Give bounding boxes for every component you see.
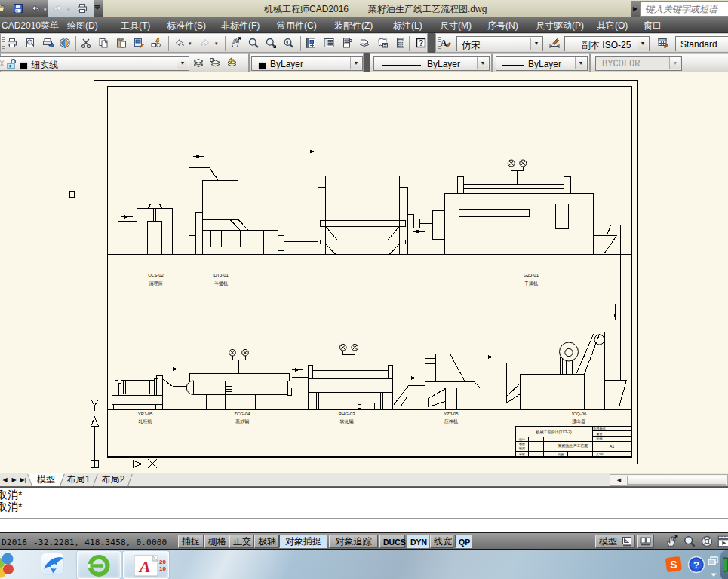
combo-arrow-icon[interactable]: ▼ xyxy=(177,57,188,69)
search-go-icon[interactable]: ▶ xyxy=(631,1,640,17)
command-window[interactable]: 取消* 取消* xyxy=(0,488,728,532)
menu-item[interactable]: 尺寸驱动(P) xyxy=(536,20,584,32)
copy-icon[interactable] xyxy=(97,37,111,51)
status-toggle-2[interactable]: 正交 xyxy=(229,535,254,548)
plot-icon[interactable] xyxy=(6,37,20,51)
publish-icon[interactable] xyxy=(42,37,56,51)
menu-item[interactable]: 常用件(C) xyxy=(277,20,317,32)
status-toggle-1[interactable]: 栅格 xyxy=(204,535,229,548)
menu-item[interactable]: 序号(N) xyxy=(487,20,518,32)
menu-item[interactable]: 装配件(Z) xyxy=(334,20,373,32)
layout-icon[interactable] xyxy=(619,535,635,548)
steering-wheel-icon[interactable] xyxy=(699,535,715,548)
match-properties-icon[interactable] xyxy=(133,37,146,51)
status-toggle-5[interactable]: 对象追踪 xyxy=(329,535,378,548)
help-tray-icon[interactable]: ? xyxy=(687,556,705,574)
drawing-canvas[interactable]: QLS-02 清理筛 DTJ-01 斗提机 GZJ-01 干燥机 YPJ-05 … xyxy=(0,72,728,473)
layer-color-swatch[interactable] xyxy=(20,60,28,73)
cut-icon[interactable] xyxy=(80,37,94,51)
tab-next-icon[interactable]: ▶| xyxy=(19,475,27,485)
status-toggle-6[interactable]: DUCS xyxy=(379,535,405,548)
xunlei-icon[interactable] xyxy=(41,553,64,575)
quick-view-layouts-icon[interactable] xyxy=(637,535,654,548)
dim-style-icon[interactable] xyxy=(548,37,562,51)
undo-dropdown-icon[interactable]: ▾ xyxy=(44,7,47,13)
combo-arrow-icon[interactable]: ▼ xyxy=(350,57,361,69)
tab-first-icon[interactable]: ◀ xyxy=(1,475,9,485)
layer-previous-icon[interactable] xyxy=(226,57,239,70)
combo-arrow-icon[interactable]: ▼ xyxy=(530,38,542,50)
redo-icon[interactable] xyxy=(52,2,66,16)
tab-model[interactable]: 模型 xyxy=(28,473,64,486)
status-model-button[interactable]: 模型 xyxy=(595,535,621,548)
layer-combo[interactable]: 细实线 ▼ xyxy=(0,56,189,71)
menu-item[interactable]: 尺寸(M) xyxy=(440,20,472,32)
text-style-icon[interactable]: A xyxy=(440,37,453,51)
status-toggle-4[interactable]: 对象捕捉 xyxy=(279,535,327,548)
table-style-icon[interactable] xyxy=(657,37,671,51)
status-toggle-9[interactable]: QP xyxy=(455,535,472,548)
autocad-taskbar-icon[interactable]: A 20 10 xyxy=(123,551,169,579)
pan-icon[interactable] xyxy=(229,37,243,51)
combo-arrow-icon[interactable]: ▼ xyxy=(477,57,488,69)
scroll-left-icon[interactable]: ◀ xyxy=(614,476,624,484)
menu-item[interactable]: 标注(L) xyxy=(393,20,422,32)
menu-item[interactable]: 绘图(D) xyxy=(67,20,98,32)
linetype-combo[interactable]: ByLayer ▼ xyxy=(373,56,490,71)
lineweight-combo[interactable]: ByLayer ▼ xyxy=(496,56,588,71)
pan-icon[interactable] xyxy=(663,535,680,548)
make-layer-current-icon[interactable] xyxy=(209,57,223,70)
etransmit-icon[interactable] xyxy=(59,37,72,51)
menu-item[interactable]: CAD2010菜单 xyxy=(2,20,59,32)
search-input[interactable] xyxy=(640,1,728,17)
status-toggle-3[interactable]: 极轴 xyxy=(254,535,279,548)
designcenter-icon[interactable] xyxy=(323,37,336,51)
zoom-previous-icon[interactable] xyxy=(282,37,296,51)
status-toggle-0[interactable]: 捕捉 xyxy=(178,535,204,548)
tool-palettes-icon[interactable] xyxy=(341,37,355,51)
menu-item[interactable]: 标准件(S) xyxy=(167,20,206,32)
horizontal-scrollbar[interactable]: ◀ xyxy=(610,474,728,486)
undo-icon[interactable] xyxy=(174,37,187,51)
print-icon[interactable] xyxy=(76,2,90,16)
tray-expand-icon[interactable] xyxy=(710,567,717,572)
dim-style-combo[interactable]: 副本 ISO-25 ▼ xyxy=(564,36,650,51)
combo-arrow-icon[interactable]: ▼ xyxy=(637,38,648,50)
table-style-combo[interactable]: Standard xyxy=(675,36,728,51)
redo-dropdown-icon[interactable]: ▾ xyxy=(67,7,70,13)
menu-item[interactable]: 其它(O) xyxy=(597,20,628,32)
zoom-window-icon[interactable] xyxy=(265,37,278,51)
tab-layout1[interactable]: 布局1 xyxy=(63,473,94,486)
showmotion-icon[interactable] xyxy=(715,535,728,548)
menu-item[interactable]: 工具(T) xyxy=(121,20,150,32)
status-coordinates[interactable]: -32.2281, 418.3458, 0.0000 xyxy=(33,538,167,547)
toolbar-grip[interactable] xyxy=(2,37,5,51)
block-editor-icon[interactable] xyxy=(150,37,164,51)
freeze-sun-icon[interactable] xyxy=(0,58,5,72)
qat-menu-icon[interactable] xyxy=(92,2,106,16)
tab-prev-icon[interactable]: ▶ xyxy=(10,475,18,485)
menu-item[interactable]: 非标件(F) xyxy=(221,20,260,32)
tab-layout2[interactable]: 布局2 xyxy=(98,473,128,486)
sogou-tray-icon[interactable]: S xyxy=(665,556,683,573)
layer-properties-icon[interactable] xyxy=(192,57,206,70)
properties-icon[interactable] xyxy=(305,37,318,51)
sheet-set-manager-icon[interactable] xyxy=(358,37,372,51)
menu-item[interactable]: 窗口 xyxy=(644,20,662,32)
browser-360-icon[interactable] xyxy=(77,551,121,579)
zoom-realtime-icon[interactable] xyxy=(247,37,261,51)
redo-dropdown-icon[interactable]: ▾ xyxy=(215,41,218,47)
zoom-icon[interactable] xyxy=(681,535,698,548)
undo-icon[interactable] xyxy=(29,2,43,16)
color-combo[interactable]: ByLayer ▼ xyxy=(251,56,363,71)
status-toggle-7[interactable]: DYN xyxy=(407,535,429,548)
status-toggle-8[interactable]: 线宽 xyxy=(430,535,453,548)
help-icon[interactable]: ? xyxy=(415,37,429,51)
scrollbar-thumb[interactable] xyxy=(627,476,726,485)
open-icon[interactable] xyxy=(0,2,8,16)
browser-ball-icon[interactable] xyxy=(0,550,15,579)
undo-dropdown-icon[interactable]: ▾ xyxy=(189,41,192,47)
save-icon[interactable] xyxy=(12,2,26,16)
paste-icon[interactable] xyxy=(115,37,129,51)
show-hidden-icons[interactable] xyxy=(708,555,720,564)
